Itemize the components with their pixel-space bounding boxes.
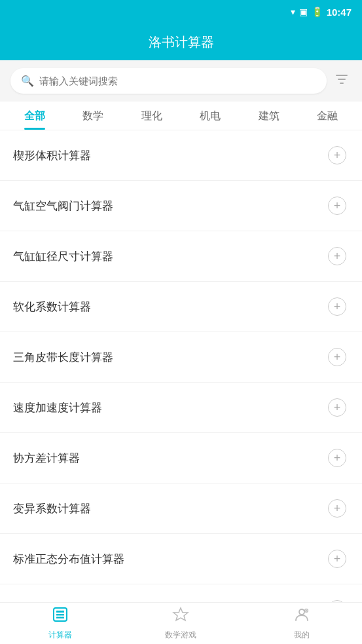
add-button[interactable]: + xyxy=(325,345,349,369)
tab-math[interactable]: 数学 xyxy=(64,102,123,130)
add-circle-icon: + xyxy=(328,398,346,417)
status-bar: ▾ ▣ 🔋 10:47 xyxy=(0,0,362,24)
add-circle-icon: + xyxy=(328,449,346,467)
main-content: 🔍 全部 数学 理化 机电 建筑 金融 xyxy=(0,60,362,644)
search-box: 🔍 xyxy=(10,68,327,94)
svg-rect-5 xyxy=(59,614,62,616)
calculator-name: 软化系数计算器 xyxy=(13,299,91,314)
nav-mine-label: 我的 xyxy=(294,630,310,641)
nav-calculator[interactable]: 计算器 xyxy=(0,601,120,644)
add-button[interactable]: + xyxy=(325,446,349,470)
svg-rect-6 xyxy=(62,614,64,616)
list-item[interactable]: 气缸空气阀门计算器 + xyxy=(0,181,362,231)
svg-rect-4 xyxy=(56,614,59,616)
app-header: 洛书计算器 xyxy=(0,24,362,60)
svg-rect-1 xyxy=(56,611,59,613)
status-icons: ▾ ▣ 🔋 10:47 xyxy=(291,7,352,18)
calculator-name: 标准正态分布值计算器 xyxy=(13,552,124,567)
category-tabs: 全部 数学 理化 机电 建筑 金融 xyxy=(0,102,362,130)
tab-all[interactable]: 全部 xyxy=(5,102,64,130)
filter-button[interactable] xyxy=(332,69,352,92)
add-button[interactable]: + xyxy=(325,396,349,419)
add-circle-icon: + xyxy=(328,348,346,366)
app-title: 洛书计算器 xyxy=(149,33,214,51)
add-circle-icon: + xyxy=(328,499,346,518)
nav-games-label: 数学游戏 xyxy=(165,630,196,641)
tab-finance[interactable]: 金融 xyxy=(299,102,357,130)
svg-rect-3 xyxy=(62,611,64,613)
calculator-name: 变异系数计算器 xyxy=(13,501,91,516)
mine-nav-icon xyxy=(293,606,310,627)
list-item[interactable]: 三角皮带长度计算器 + xyxy=(0,332,362,383)
calculator-name: 气缸缸径尺寸计算器 xyxy=(13,249,113,264)
wifi-icon: ▾ xyxy=(291,7,295,17)
nav-calculator-label: 计算器 xyxy=(48,630,72,641)
add-button[interactable]: + xyxy=(325,194,349,218)
search-icon: 🔍 xyxy=(21,75,34,87)
search-input[interactable] xyxy=(39,75,316,86)
add-button[interactable]: + xyxy=(325,244,349,268)
bottom-nav: 计算器 数学游戏 我的 xyxy=(0,602,362,644)
calculator-name: 协方差计算器 xyxy=(13,451,80,466)
list-item[interactable]: 标准正态分布值计算器 + xyxy=(0,534,362,584)
filter-icon xyxy=(335,75,349,89)
add-circle-icon: + xyxy=(328,550,346,568)
svg-rect-9 xyxy=(62,617,64,619)
add-button[interactable]: + xyxy=(325,497,349,520)
list-item[interactable]: 变异系数计算器 + xyxy=(0,483,362,534)
list-item[interactable]: 楔形体积计算器 + xyxy=(0,130,362,181)
add-button[interactable]: + xyxy=(325,143,349,167)
svg-rect-8 xyxy=(59,617,62,619)
nav-games[interactable]: 数学游戏 xyxy=(120,601,241,644)
svg-point-11 xyxy=(299,609,304,615)
list-item[interactable]: 气缸缸径尺寸计算器 + xyxy=(0,231,362,282)
battery-icon: 🔋 xyxy=(312,7,323,17)
add-circle-icon: + xyxy=(328,247,346,265)
signal-icon: ▣ xyxy=(299,7,308,17)
list-item[interactable]: 软化系数计算器 + xyxy=(0,282,362,332)
add-button[interactable]: + xyxy=(325,547,349,571)
list-item[interactable]: 协方差计算器 + xyxy=(0,433,362,483)
add-circle-icon: + xyxy=(328,146,346,164)
tab-architecture[interactable]: 建筑 xyxy=(240,102,299,130)
svg-rect-2 xyxy=(59,611,62,613)
search-container: 🔍 xyxy=(0,60,362,102)
calculator-nav-icon xyxy=(52,606,69,627)
nav-mine[interactable]: 我的 xyxy=(242,601,362,644)
calculator-name: 气缸空气阀门计算器 xyxy=(13,199,113,214)
calculator-name: 三角皮带长度计算器 xyxy=(13,350,113,365)
calculator-list: 楔形体积计算器 + 气缸空气阀门计算器 + 气缸缸径尺寸计算器 + 软化系数计算… xyxy=(0,130,362,635)
calculator-name: 楔形体积计算器 xyxy=(13,148,91,163)
svg-rect-7 xyxy=(56,617,59,619)
add-button[interactable]: + xyxy=(325,295,349,318)
add-circle-icon: + xyxy=(328,197,346,215)
calculator-name: 速度加速度计算器 xyxy=(13,400,102,415)
svg-marker-10 xyxy=(173,608,188,620)
status-time: 10:47 xyxy=(327,7,352,18)
games-nav-icon xyxy=(172,606,189,627)
add-circle-icon: + xyxy=(328,297,346,316)
tab-mechanical[interactable]: 机电 xyxy=(181,102,240,130)
list-item[interactable]: 速度加速度计算器 + xyxy=(0,383,362,433)
tab-physics[interactable]: 理化 xyxy=(122,102,181,130)
